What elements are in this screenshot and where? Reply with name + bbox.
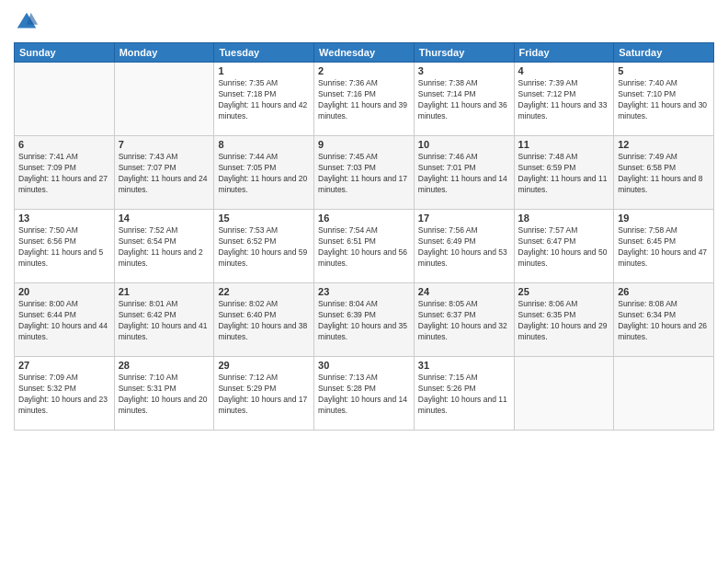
day-number: 30 [318, 360, 410, 371]
calendar-cell: 9Sunrise: 7:45 AM Sunset: 7:03 PM Daylig… [314, 136, 415, 210]
calendar-cell: 15Sunrise: 7:53 AM Sunset: 6:52 PM Dayli… [214, 210, 314, 283]
calendar-cell: 8Sunrise: 7:44 AM Sunset: 7:05 PM Daylig… [214, 136, 314, 210]
calendar-cell [15, 63, 115, 136]
calendar-cell: 18Sunrise: 7:57 AM Sunset: 6:47 PM Dayli… [514, 210, 614, 283]
calendar-body: 1Sunrise: 7:35 AM Sunset: 7:18 PM Daylig… [15, 63, 714, 431]
day-number: 31 [418, 360, 510, 371]
day-number: 19 [618, 213, 710, 224]
day-number: 13 [18, 213, 110, 224]
day-info: Sunrise: 7:09 AM Sunset: 5:32 PM Dayligh… [18, 373, 110, 417]
calendar-cell: 23Sunrise: 8:04 AM Sunset: 6:39 PM Dayli… [314, 283, 415, 357]
calendar-cell: 27Sunrise: 7:09 AM Sunset: 5:32 PM Dayli… [15, 357, 115, 431]
calendar-cell: 17Sunrise: 7:56 AM Sunset: 6:49 PM Dayli… [414, 210, 514, 283]
day-info: Sunrise: 8:01 AM Sunset: 6:42 PM Dayligh… [119, 299, 210, 343]
calendar-cell: 4Sunrise: 7:39 AM Sunset: 7:12 PM Daylig… [514, 63, 614, 136]
day-number: 8 [218, 139, 310, 150]
col-tuesday: Tuesday [214, 43, 314, 63]
day-info: Sunrise: 7:43 AM Sunset: 7:07 PM Dayligh… [119, 152, 210, 196]
calendar-cell: 21Sunrise: 8:01 AM Sunset: 6:42 PM Dayli… [114, 283, 214, 357]
day-info: Sunrise: 7:13 AM Sunset: 5:28 PM Dayligh… [318, 373, 410, 417]
calendar-cell [514, 357, 614, 431]
day-info: Sunrise: 8:08 AM Sunset: 6:34 PM Dayligh… [618, 299, 710, 343]
day-info: Sunrise: 7:54 AM Sunset: 6:51 PM Dayligh… [318, 225, 410, 270]
day-info: Sunrise: 7:40 AM Sunset: 7:10 PM Dayligh… [618, 78, 710, 122]
day-number: 3 [418, 65, 510, 76]
day-number: 23 [318, 286, 410, 297]
calendar-cell: 11Sunrise: 7:48 AM Sunset: 6:59 PM Dayli… [514, 136, 614, 210]
logo-icon [14, 9, 40, 35]
day-info: Sunrise: 7:56 AM Sunset: 6:49 PM Dayligh… [418, 225, 510, 270]
day-info: Sunrise: 8:00 AM Sunset: 6:44 PM Dayligh… [18, 299, 110, 343]
day-info: Sunrise: 7:45 AM Sunset: 7:03 PM Dayligh… [318, 152, 410, 196]
calendar-week-2: 6Sunrise: 7:41 AM Sunset: 7:09 PM Daylig… [15, 136, 714, 210]
day-number: 7 [119, 139, 210, 150]
header-row: Sunday Monday Tuesday Wednesday Thursday… [15, 43, 714, 63]
day-info: Sunrise: 7:52 AM Sunset: 6:54 PM Dayligh… [119, 225, 210, 270]
calendar-cell: 13Sunrise: 7:50 AM Sunset: 6:56 PM Dayli… [15, 210, 115, 283]
day-number: 9 [318, 139, 410, 150]
calendar-cell: 14Sunrise: 7:52 AM Sunset: 6:54 PM Dayli… [114, 210, 214, 283]
col-sunday: Sunday [15, 43, 115, 63]
calendar-cell: 1Sunrise: 7:35 AM Sunset: 7:18 PM Daylig… [214, 63, 314, 136]
day-info: Sunrise: 7:48 AM Sunset: 6:59 PM Dayligh… [518, 152, 610, 196]
calendar-week-1: 1Sunrise: 7:35 AM Sunset: 7:18 PM Daylig… [15, 63, 714, 136]
calendar-cell [114, 63, 214, 136]
calendar-cell: 3Sunrise: 7:38 AM Sunset: 7:14 PM Daylig… [414, 63, 514, 136]
day-number: 15 [218, 213, 310, 224]
calendar-week-3: 13Sunrise: 7:50 AM Sunset: 6:56 PM Dayli… [15, 210, 714, 283]
day-info: Sunrise: 7:10 AM Sunset: 5:31 PM Dayligh… [119, 373, 210, 417]
calendar-cell: 22Sunrise: 8:02 AM Sunset: 6:40 PM Dayli… [214, 283, 314, 357]
col-saturday: Saturday [614, 43, 714, 63]
day-number: 18 [518, 213, 610, 224]
day-number: 28 [119, 360, 210, 371]
calendar-cell: 7Sunrise: 7:43 AM Sunset: 7:07 PM Daylig… [114, 136, 214, 210]
day-number: 10 [418, 139, 510, 150]
day-info: Sunrise: 7:53 AM Sunset: 6:52 PM Dayligh… [218, 225, 310, 270]
calendar-cell: 12Sunrise: 7:49 AM Sunset: 6:58 PM Dayli… [614, 136, 714, 210]
calendar-cell: 5Sunrise: 7:40 AM Sunset: 7:10 PM Daylig… [614, 63, 714, 136]
day-info: Sunrise: 7:15 AM Sunset: 5:26 PM Dayligh… [418, 373, 510, 417]
calendar-table: Sunday Monday Tuesday Wednesday Thursday… [14, 42, 714, 431]
day-info: Sunrise: 7:41 AM Sunset: 7:09 PM Dayligh… [18, 152, 110, 196]
day-info: Sunrise: 7:46 AM Sunset: 7:01 PM Dayligh… [418, 152, 510, 196]
day-number: 14 [119, 213, 210, 224]
day-info: Sunrise: 8:02 AM Sunset: 6:40 PM Dayligh… [218, 299, 310, 343]
calendar-cell: 16Sunrise: 7:54 AM Sunset: 6:51 PM Dayli… [314, 210, 415, 283]
day-info: Sunrise: 7:36 AM Sunset: 7:16 PM Dayligh… [318, 78, 410, 122]
calendar-header: Sunday Monday Tuesday Wednesday Thursday… [15, 43, 714, 63]
day-info: Sunrise: 7:50 AM Sunset: 6:56 PM Dayligh… [18, 225, 110, 270]
day-info: Sunrise: 7:57 AM Sunset: 6:47 PM Dayligh… [518, 225, 610, 270]
day-info: Sunrise: 8:04 AM Sunset: 6:39 PM Dayligh… [318, 299, 410, 343]
day-info: Sunrise: 7:44 AM Sunset: 7:05 PM Dayligh… [218, 152, 310, 196]
day-number: 17 [418, 213, 510, 224]
calendar-cell: 2Sunrise: 7:36 AM Sunset: 7:16 PM Daylig… [314, 63, 415, 136]
calendar-cell: 28Sunrise: 7:10 AM Sunset: 5:31 PM Dayli… [114, 357, 214, 431]
calendar-cell: 30Sunrise: 7:13 AM Sunset: 5:28 PM Dayli… [314, 357, 415, 431]
col-wednesday: Wednesday [314, 43, 415, 63]
calendar-cell: 24Sunrise: 8:05 AM Sunset: 6:37 PM Dayli… [414, 283, 514, 357]
calendar-cell: 26Sunrise: 8:08 AM Sunset: 6:34 PM Dayli… [614, 283, 714, 357]
day-number: 6 [18, 139, 110, 150]
day-number: 11 [518, 139, 610, 150]
day-number: 24 [418, 286, 510, 297]
col-friday: Friday [514, 43, 614, 63]
day-info: Sunrise: 7:38 AM Sunset: 7:14 PM Dayligh… [418, 78, 510, 122]
day-number: 22 [218, 286, 310, 297]
day-number: 25 [518, 286, 610, 297]
day-info: Sunrise: 8:05 AM Sunset: 6:37 PM Dayligh… [418, 299, 510, 343]
col-monday: Monday [114, 43, 214, 63]
col-thursday: Thursday [414, 43, 514, 63]
day-number: 12 [618, 139, 710, 150]
day-info: Sunrise: 7:12 AM Sunset: 5:29 PM Dayligh… [218, 373, 310, 417]
day-number: 2 [318, 65, 410, 76]
header [14, 9, 714, 35]
calendar-cell: 19Sunrise: 7:58 AM Sunset: 6:45 PM Dayli… [614, 210, 714, 283]
day-number: 27 [18, 360, 110, 371]
day-number: 5 [618, 65, 710, 76]
day-number: 29 [218, 360, 310, 371]
day-number: 1 [218, 65, 310, 76]
day-info: Sunrise: 7:35 AM Sunset: 7:18 PM Dayligh… [218, 78, 310, 122]
day-number: 16 [318, 213, 410, 224]
logo [14, 9, 43, 35]
day-number: 4 [518, 65, 610, 76]
